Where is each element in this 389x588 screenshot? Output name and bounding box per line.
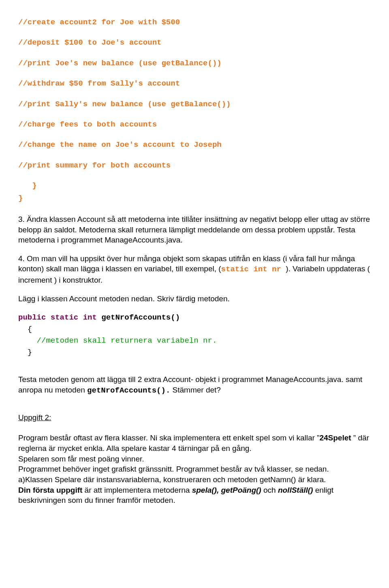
code-comment-print-joe: //print Joe's new balance (use getBalanc…	[18, 57, 371, 69]
task4-code: static int nr	[221, 265, 286, 274]
test-text-b: Stämmer det?	[170, 386, 221, 394]
method-signature: public static int getNrofAccounts()	[18, 312, 371, 324]
paragraph-first-task: Din första uppgift är att implementera m…	[18, 485, 371, 506]
game-intro-a: Program består oftast av flera klasser. …	[18, 433, 317, 442]
code-comment-change-name: //change the name on Joe's account to Jo…	[18, 139, 371, 151]
first-task-e: nollStäll()	[276, 486, 313, 494]
code-comment-charge: //charge fees to both accounts	[18, 118, 371, 131]
paragraph-class-a: a)Klassen Spelare där instansvariablerna…	[18, 474, 371, 485]
method-comment: //metoden skall returnera variabeln nr.	[18, 335, 371, 347]
first-task-b: är att implementera metoderna	[82, 486, 192, 494]
paragraph-task3: 3. Ändra klassen Account så att metodern…	[18, 214, 371, 245]
code-comment-print-summary: //print summary for both accounts	[18, 159, 371, 172]
method-code-block: public static int getNrofAccounts() { //…	[18, 312, 371, 358]
method-brace-close: }	[18, 347, 371, 358]
first-task-a: Din första uppgift	[18, 486, 82, 494]
code-brace-close-outer: }	[18, 192, 371, 204]
method-name: getNrofAccounts()	[97, 313, 180, 322]
code-brace-close-inner: }	[18, 180, 371, 192]
paragraph-task4: 4. Om man vill ha uppsikt över hur många…	[18, 253, 371, 285]
code-comment-create: //create account2 for Joe with $500	[18, 16, 371, 28]
paragraph-task5: Lägg i klassen Account metoden nedan. Sk…	[18, 294, 371, 304]
paragraph-game-intro: Program består oftast av flera klasser. …	[18, 433, 371, 453]
paragraph-no-gui: Programmet behöver inget grafiskt gränss…	[18, 464, 371, 474]
code-comment-withdraw: //withdraw $50 from Sally's account	[18, 77, 371, 90]
quote-close: ”	[351, 433, 356, 442]
method-keywords: public static int	[18, 313, 97, 322]
code-comment-print-sally: //print Sally's new balance (use getBala…	[18, 98, 371, 110]
first-task-methods: spela(), getPoäng()	[192, 486, 263, 494]
code-comment-deposit: //deposit $100 to Joe's account	[18, 36, 371, 49]
first-task-d: och	[263, 486, 276, 494]
heading-uppgift-2: Uppgift 2:	[18, 412, 371, 423]
method-brace-open: {	[18, 324, 371, 335]
paragraph-test-method: Testa metoden genom att lägga till 2 ext…	[18, 374, 371, 396]
game-name: 24Spelet	[319, 433, 351, 442]
test-code: getNrofAccounts().	[87, 386, 170, 395]
paragraph-winner: Spelaren som får mest poäng vinner.	[18, 454, 371, 464]
